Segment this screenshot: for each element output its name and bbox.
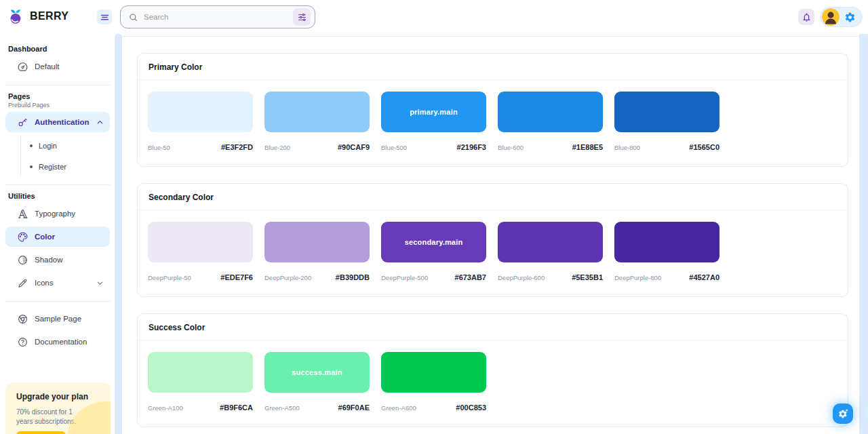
upgrade-plan-card: Upgrade your plan 70% discount for 1 yea…	[5, 382, 111, 434]
chrome-icon	[16, 313, 28, 325]
swatch-meta: Blue-50 #E3F2FD	[148, 143, 253, 151]
authentication-subnav: Login Register	[20, 136, 115, 176]
swatch-hex: #4527A0	[689, 273, 719, 281]
swatch-row: Blue-50 #E3F2FD Blue-200 #90CAF9 primary…	[138, 80, 848, 166]
group-title-dashboard: Dashboard	[0, 34, 115, 54]
search-filter-button[interactable]	[293, 8, 311, 26]
sidebar-item-authentication[interactable]: Authentication	[5, 112, 110, 132]
color-card: Secondary Color DeepPurple-50 #EDE7F6 De…	[137, 183, 848, 297]
sidebar: Dashboard Default Pages Prebuild Pages A…	[0, 34, 115, 434]
swatch-hex: #69F0AE	[338, 403, 370, 412]
sidebar-item-label: Documentation	[35, 338, 104, 346]
swatch-hex: #00C853	[456, 403, 486, 412]
sidebar-item-icons[interactable]: Icons	[5, 273, 110, 293]
swatch-box	[381, 352, 486, 393]
sidebar-item-label: Shadow	[35, 256, 104, 264]
swatch-name: Blue-50	[148, 144, 170, 151]
brand-name: BERRY	[30, 10, 68, 22]
swatch-box	[264, 92, 370, 132]
brand-logo: BERRY	[8, 7, 68, 24]
color-swatch: success.main Green-A500 #69F0AE	[264, 352, 370, 412]
palette-icon	[16, 231, 28, 243]
swatch-name: Blue-600	[498, 144, 524, 151]
swatch-meta: Green-A600 #00C853	[381, 403, 486, 412]
swatch-hex: #1E88E5	[572, 143, 603, 151]
color-swatch: Green-A100 #B9F6CA	[148, 352, 253, 412]
color-swatch: secondary.main DeepPurple-500 #673AB7	[381, 222, 486, 281]
group-caption-pages: Prebuild Pages	[0, 101, 115, 109]
swatch-hex: #EDE7F6	[220, 273, 253, 281]
profile-menu[interactable]	[820, 7, 863, 27]
color-card: Primary Color Blue-50 #E3F2FD Blue-200 #…	[137, 53, 848, 167]
swatch-name: DeepPurple-50	[148, 274, 191, 281]
swatch-name: Green-A600	[381, 404, 416, 412]
avatar	[822, 8, 840, 26]
swatch-hex: #5E35B1	[572, 273, 603, 281]
sidebar-item-register[interactable]: Register	[21, 157, 115, 176]
key-icon	[16, 116, 28, 128]
sidebar-item-label: Login	[39, 142, 57, 150]
group-title-pages: Pages	[0, 85, 115, 101]
help-icon	[16, 336, 28, 348]
swatch-name: Blue-800	[614, 144, 640, 151]
theme-customizer-fab[interactable]	[833, 403, 853, 424]
bell-icon	[802, 12, 812, 22]
upgrade-title: Upgrade your plan	[16, 392, 100, 402]
main-scrollbar[interactable]	[859, 33, 868, 434]
swatch-row: Green-A100 #B9F6CA success.main Green-A5…	[138, 340, 848, 427]
menu-toggle-button[interactable]	[97, 9, 112, 24]
sidebar-item-typography[interactable]: Typography	[5, 203, 110, 224]
search-input[interactable]	[138, 13, 293, 21]
sidebar-item-documentation[interactable]: Documentation	[5, 332, 110, 352]
fab-gear-icon	[837, 408, 849, 420]
bullet-dot	[30, 144, 33, 147]
sidebar-item-login[interactable]: Login	[21, 136, 115, 155]
color-swatch: DeepPurple-800 #4527A0	[614, 222, 719, 281]
swatch-name: Green-A100	[148, 404, 183, 412]
typography-icon	[16, 208, 28, 220]
color-swatch: DeepPurple-50 #EDE7F6	[148, 222, 253, 281]
swatch-tag: primary.main	[410, 108, 458, 116]
swatch-name: Green-A500	[264, 404, 300, 412]
swatch-hex: #90CAF9	[338, 143, 370, 151]
color-card: Success Color Green-A100 #B9F6CA success…	[137, 313, 848, 427]
swatch-meta: Blue-600 #1E88E5	[498, 143, 603, 151]
swatch-hex: #2196F3	[457, 143, 486, 151]
color-swatch: Green-A600 #00C853	[381, 352, 486, 412]
sidebar-item-color[interactable]: Color	[5, 226, 110, 247]
color-swatch: Blue-800 #1565C0	[614, 92, 719, 151]
swatch-box	[264, 222, 370, 262]
swatch-meta: Blue-800 #1565C0	[614, 143, 719, 151]
swatch-tag: secondary.main	[405, 238, 463, 246]
swatch-hex: #B9F6CA	[220, 403, 253, 412]
search-bar	[120, 5, 315, 28]
swatch-box	[148, 222, 253, 262]
sidebar-item-label: Register	[39, 163, 66, 171]
swatch-meta: Blue-200 #90CAF9	[264, 143, 370, 151]
app-header: BERRY	[0, 0, 868, 34]
color-swatch: primary.main Blue-500 #2196F3	[381, 92, 486, 151]
swatch-hex: #673AB7	[455, 273, 486, 281]
sidebar-scrollbar[interactable]	[115, 33, 122, 434]
cards-container: Primary Color Blue-50 #E3F2FD Blue-200 #…	[122, 37, 859, 427]
sidebar-item-label: Sample Page	[35, 315, 104, 323]
color-swatch: DeepPurple-200 #B39DDB	[264, 222, 370, 281]
swatch-box	[614, 222, 719, 262]
color-swatch: DeepPurple-600 #5E35B1	[498, 222, 603, 281]
swatch-meta: Green-A100 #B9F6CA	[148, 403, 253, 412]
sidebar-item-sample-page[interactable]: Sample Page	[5, 309, 110, 329]
berry-logo-icon	[8, 7, 25, 24]
swatch-box	[148, 352, 253, 393]
swatch-meta: Green-A500 #69F0AE	[264, 403, 370, 412]
sidebar-item-shadow[interactable]: Shadow	[5, 250, 110, 270]
sidebar-item-label: Color	[35, 233, 104, 241]
notifications-button[interactable]	[798, 9, 814, 25]
sidebar-item-default[interactable]: Default	[5, 56, 110, 77]
menu-icon	[100, 12, 110, 22]
upgrade-button[interactable]	[16, 431, 66, 434]
shadow-icon	[16, 254, 28, 266]
color-swatch: Blue-600 #1E88E5	[498, 92, 603, 151]
gear-icon	[844, 12, 856, 23]
swatch-hex: #B39DDB	[336, 273, 370, 281]
sidebar-item-label: Authentication	[35, 118, 90, 126]
